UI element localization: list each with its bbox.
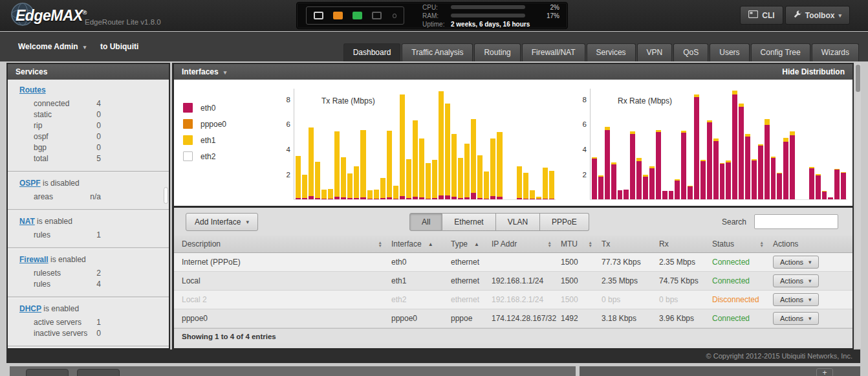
- cutoff-button[interactable]: [77, 369, 120, 376]
- bar-segment-eth1: [302, 175, 307, 198]
- bar-segment-eth1: [328, 189, 333, 199]
- column-header-interface[interactable]: Interface▲: [391, 239, 451, 249]
- actions-label: Actions: [780, 296, 803, 304]
- bar-slot: [726, 89, 731, 199]
- sidebar-stat-row: active servers1: [8, 317, 169, 328]
- bar-segment-eth1: [439, 91, 444, 195]
- interfaces-dropdown[interactable]: Interfaces▾: [182, 67, 226, 76]
- filter-ethernet[interactable]: Ethernet: [442, 213, 495, 231]
- filter-pppoe[interactable]: PPPoE: [540, 213, 589, 231]
- bar-segment-eth1: [315, 162, 320, 198]
- bar-segment-eth0: [694, 97, 699, 199]
- bar-slot: [643, 89, 648, 199]
- bar-slot: [504, 89, 509, 199]
- sort-icon: ▲▼: [589, 241, 592, 247]
- search-input[interactable]: [754, 214, 838, 229]
- actions-button[interactable]: Actions▾: [773, 312, 819, 325]
- bar-slot: [662, 89, 667, 199]
- bar-slot: [700, 89, 706, 199]
- tab-traffic-analysis[interactable]: Traffic Analysis: [402, 43, 473, 61]
- bar-segment-eth0: [439, 195, 444, 199]
- sidebar-title: Services: [8, 64, 169, 80]
- welcome-admin-menu[interactable]: Welcome Admin▾: [18, 42, 86, 51]
- column-header-type[interactable]: Type▲: [451, 239, 492, 249]
- legend-item-eth2[interactable]: eth2: [183, 151, 226, 161]
- bar-segment-eth0: [315, 198, 320, 199]
- bar-slot: [426, 89, 431, 199]
- filter-vlan[interactable]: VLAN: [496, 213, 540, 231]
- sidebar-link-firewall[interactable]: Firewall: [19, 255, 49, 264]
- tab-qos[interactable]: QoS: [673, 43, 708, 61]
- tab-dashboard[interactable]: Dashboard: [343, 43, 401, 61]
- cell-tx: 0 bps: [602, 295, 659, 304]
- column-header-actions[interactable]: Actions: [773, 239, 852, 249]
- toolbox-button[interactable]: Toolbox ▾: [785, 6, 850, 25]
- bar-segment-eth0: [360, 197, 365, 199]
- stat-value: 5: [96, 153, 101, 164]
- bar-segment-eth1: [380, 178, 385, 198]
- actions-button[interactable]: Actions▾: [773, 293, 819, 306]
- legend-item-pppoe0[interactable]: pppoe0: [183, 119, 226, 129]
- tab-vpn[interactable]: VPN: [637, 43, 673, 61]
- legend-item-eth0[interactable]: eth0: [183, 103, 226, 113]
- sidebar-scrollbar-thumb[interactable]: [164, 187, 168, 204]
- legend-swatch: [183, 151, 193, 161]
- cli-button[interactable]: CLI: [740, 6, 783, 25]
- legend-item-eth1[interactable]: eth1: [183, 135, 226, 145]
- bar-slot: [618, 89, 623, 199]
- chevron-down-icon: ▾: [838, 12, 841, 19]
- toolbox-label: Toolbox: [805, 11, 835, 20]
- chevron-down-icon: ▾: [83, 44, 87, 50]
- column-header-description[interactable]: Description▲▼: [182, 239, 391, 249]
- column-header-status[interactable]: Status▲▼: [712, 239, 773, 249]
- bar-slot: [477, 89, 483, 199]
- sidebar-section-ospf: OSPF is disabledareasn/a: [8, 173, 169, 209]
- actions-button[interactable]: Actions▾: [773, 256, 819, 269]
- cli-label: CLI: [762, 11, 774, 20]
- sidebar-section-title: OSPF is disabled: [8, 179, 169, 188]
- bar-segment-eth0: [636, 161, 642, 199]
- tab-firewall-nat[interactable]: Firewall/NAT: [522, 43, 585, 61]
- tab-wizards[interactable]: Wizards: [812, 43, 859, 61]
- main-scrollbar-thumb[interactable]: [856, 65, 860, 92]
- tab-services[interactable]: Services: [587, 43, 636, 61]
- bar-slot: [490, 89, 495, 199]
- bar-segment-eth0: [611, 164, 616, 199]
- column-header-rx[interactable]: Rx: [659, 239, 712, 249]
- tab-routing[interactable]: Routing: [474, 43, 520, 61]
- bar-segment-eth0: [406, 198, 411, 199]
- cell-ip-addr: 174.124.28.167/32: [492, 314, 561, 323]
- cutoff-button[interactable]: [26, 369, 69, 376]
- main-scrollbar[interactable]: [855, 64, 861, 348]
- add-interface-button[interactable]: Add Interface ▾: [186, 213, 258, 231]
- chevron-down-icon: ▾: [808, 296, 812, 303]
- sidebar-link-nat[interactable]: NAT: [19, 217, 35, 226]
- bar-slot: [347, 89, 353, 199]
- bar-segment-eth1: [309, 127, 314, 196]
- bar-slot: [681, 89, 686, 199]
- sidebar-link-routes[interactable]: Routes: [19, 85, 46, 94]
- tab-users[interactable]: Users: [710, 43, 749, 61]
- column-header-ip-addr[interactable]: IP Addr▲▼: [492, 239, 561, 249]
- bar-segment-eth1: [393, 186, 398, 199]
- sidebar-link-dhcp[interactable]: DHCP: [19, 304, 41, 313]
- tab-config-tree[interactable]: Config Tree: [751, 43, 810, 61]
- bar-slot: [739, 89, 744, 199]
- bar-slot: [419, 89, 424, 199]
- column-header-mtu[interactable]: MTU▲▼: [561, 239, 602, 249]
- bar-segment-eth0: [777, 173, 782, 199]
- column-header-tx[interactable]: Tx: [602, 239, 659, 249]
- add-tab-button[interactable]: +: [816, 368, 833, 376]
- bar-segment-eth1: [432, 160, 437, 198]
- column-label: Description: [182, 239, 221, 249]
- table-row: Localeth1ethernet192.168.1.1/2415002.35 …: [174, 272, 852, 291]
- filter-all[interactable]: All: [409, 213, 442, 231]
- cell-interface: eth0: [391, 258, 451, 267]
- actions-button[interactable]: Actions▾: [773, 274, 819, 287]
- y-axis-tick: 2: [575, 171, 587, 179]
- sidebar-link-ospf[interactable]: OSPF: [19, 179, 41, 188]
- cell-actions: Actions▾: [773, 274, 852, 287]
- hide-distribution-button[interactable]: Hide Distribution: [782, 67, 845, 76]
- bar-slot: [549, 89, 554, 199]
- bar-slot: [530, 89, 535, 199]
